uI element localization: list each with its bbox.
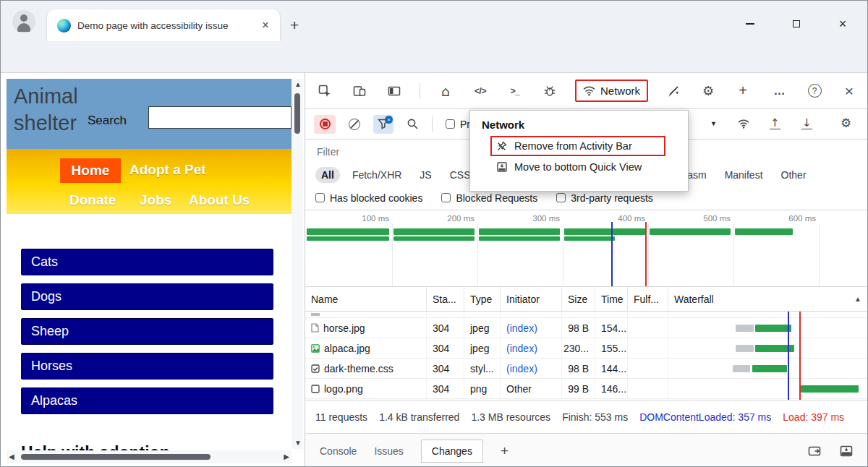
gear-icon[interactable]: ⚙ xyxy=(699,82,718,100)
initiator-link[interactable]: (index) xyxy=(506,343,537,354)
clear-icon[interactable] xyxy=(349,119,360,130)
column-header-waterfall[interactable]: Waterfall ▲ xyxy=(668,287,868,311)
category-button-cats[interactable]: Cats xyxy=(21,249,273,275)
maximize-button[interactable] xyxy=(782,14,811,34)
drawer-add-tab-icon[interactable]: + xyxy=(501,443,509,459)
category-button-horses[interactable]: Horses xyxy=(21,353,273,380)
request-size: 98 B xyxy=(562,359,595,378)
sources-icon[interactable]: </> xyxy=(471,82,490,100)
unpin-icon xyxy=(496,140,508,152)
network-overview-timeline[interactable]: 100 ms 200 ms 300 ms 400 ms 500 ms 600 m… xyxy=(305,210,868,287)
nav-jobs-link[interactable]: Jobs xyxy=(140,192,171,208)
scroll-up-icon[interactable]: ▲ xyxy=(294,81,302,88)
initiator-link[interactable]: (index) xyxy=(506,322,537,334)
column-header-initiator[interactable]: Initiator xyxy=(501,287,562,311)
waterfall-bar xyxy=(307,228,389,235)
waterfall-bar xyxy=(479,228,560,235)
has-blocked-cookies-toggle[interactable]: Has blocked cookies xyxy=(315,192,422,204)
performance-icon[interactable] xyxy=(664,82,683,100)
tab-close-icon[interactable]: × xyxy=(258,18,273,33)
nav-home-link[interactable]: Home xyxy=(60,158,121,183)
checkbox[interactable] xyxy=(315,193,325,202)
column-header-size[interactable]: Size xyxy=(562,287,595,311)
nav-donate-link[interactable]: Donate xyxy=(69,192,116,208)
filter-funnel-icon[interactable]: × xyxy=(373,115,393,134)
request-size: 98 B xyxy=(562,318,595,338)
search-input[interactable] xyxy=(148,106,292,129)
chevron-down-icon[interactable]: ▼ xyxy=(710,120,717,127)
checkbox[interactable] xyxy=(556,193,566,202)
table-row-logo-png[interactable]: logo.png 304 png Other 99 B 146... xyxy=(305,379,868,399)
menu-item-move-to-bottom[interactable]: Move to bottom Quick View xyxy=(496,158,688,176)
category-button-dogs[interactable]: Dogs xyxy=(21,283,273,310)
filter-pill-fetch[interactable]: Fetch/XHR xyxy=(346,167,407,183)
network-settings-gear-icon[interactable]: ⚙ xyxy=(841,116,851,130)
nav-about-link[interactable]: About Us xyxy=(189,192,250,208)
horizontal-scroll-thumb[interactable] xyxy=(21,454,210,460)
drawer-tab-issues[interactable]: Issues xyxy=(374,445,403,457)
profile-avatar[interactable] xyxy=(12,10,35,33)
table-row-alpaca[interactable]: alpaca.jpg 304 jpeg (index) 230... 155..… xyxy=(305,338,868,359)
gridline xyxy=(648,223,649,286)
network-conditions-icon[interactable] xyxy=(738,119,749,131)
new-tab-button[interactable]: + xyxy=(290,17,299,34)
preserve-log-checkbox[interactable] xyxy=(446,119,455,129)
blocked-requests-toggle[interactable]: Blocked Requests xyxy=(441,192,537,204)
filter-pill-js[interactable]: JS xyxy=(414,167,437,183)
browser-tab[interactable]: Demo page with accessibility issue × xyxy=(47,9,280,41)
menu-item-remove-from-activity-bar[interactable]: Remove from Activity Bar xyxy=(490,136,665,156)
window-close-button[interactable]: × xyxy=(828,14,857,34)
add-tools-icon[interactable]: + xyxy=(733,82,752,100)
column-header-time[interactable]: Time xyxy=(595,287,628,311)
category-button-alpacas[interactable]: Alpacas xyxy=(21,387,273,414)
dock-side-icon[interactable] xyxy=(385,82,404,100)
request-fulfilled xyxy=(628,359,668,378)
filter-input[interactable] xyxy=(315,145,453,158)
table-row-horse[interactable]: horse.jpg 304 jpeg (index) 98 B 154... xyxy=(305,318,868,338)
record-button[interactable] xyxy=(314,115,336,134)
minimize-button[interactable] xyxy=(736,14,765,34)
sort-asc-icon[interactable]: ▲ xyxy=(854,295,861,303)
export-har-icon[interactable]: ↓ xyxy=(801,118,812,129)
tick-label: 200 ms xyxy=(435,214,475,223)
table-row-partial[interactable] xyxy=(305,312,868,318)
vertical-scroll-thumb[interactable] xyxy=(294,93,300,134)
panel-position-icon[interactable] xyxy=(808,445,821,459)
scroll-down-icon[interactable]: ▼ xyxy=(294,440,302,447)
column-header-name[interactable]: Name xyxy=(305,287,427,311)
expand-quick-view-icon[interactable] xyxy=(840,445,853,459)
request-type: png xyxy=(464,379,501,398)
search-icon[interactable] xyxy=(407,118,419,130)
vertical-scrollbar[interactable]: ▲ ▼ xyxy=(292,79,303,449)
filter-pill-other[interactable]: Other xyxy=(775,167,812,183)
drawer-tab-changes[interactable]: Changes xyxy=(421,440,483,463)
scroll-right-icon[interactable]: ▶ xyxy=(284,453,289,460)
waterfall-bar xyxy=(564,228,645,235)
category-button-sheep[interactable]: Sheep xyxy=(21,318,273,345)
waterfall-bar xyxy=(393,236,475,241)
console-icon[interactable]: >_ xyxy=(506,82,524,100)
filter-pill-all[interactable]: All xyxy=(315,167,340,183)
debugger-bug-icon[interactable] xyxy=(540,82,559,100)
horizontal-scrollbar[interactable]: ◀ ▶ xyxy=(7,450,292,463)
scroll-left-icon[interactable]: ◀ xyxy=(9,453,14,460)
column-header-type[interactable]: Type xyxy=(464,287,501,311)
nav-adopt-link[interactable]: Adopt a Pet xyxy=(129,162,206,178)
column-header-status[interactable]: Sta... xyxy=(427,287,464,311)
filter-pill-manifest[interactable]: Manifest xyxy=(719,167,769,183)
inspect-icon[interactable] xyxy=(315,82,334,100)
initiator-link[interactable]: (index) xyxy=(506,363,537,374)
device-emulation-icon[interactable] xyxy=(350,82,369,100)
network-tool-button[interactable]: Network xyxy=(575,80,648,102)
table-row-dark-theme-css[interactable]: dark-theme.css 304 styl... (index) 98 B … xyxy=(305,359,868,379)
column-header-fulfilled[interactable]: Fulf... xyxy=(628,287,668,311)
summary-load: Load: 397 ms xyxy=(783,411,844,423)
devtools-close-icon[interactable]: × xyxy=(840,82,859,100)
import-har-icon[interactable]: ↑ xyxy=(770,118,780,129)
checkbox[interactable] xyxy=(441,193,451,202)
help-icon[interactable]: ? xyxy=(805,82,824,100)
home-icon[interactable]: ⌂ xyxy=(436,82,455,100)
drawer-tab-console[interactable]: Console xyxy=(320,445,357,457)
third-party-requests-toggle[interactable]: 3rd-party requests xyxy=(556,192,653,204)
devtools-more-icon[interactable]: … xyxy=(770,82,789,100)
